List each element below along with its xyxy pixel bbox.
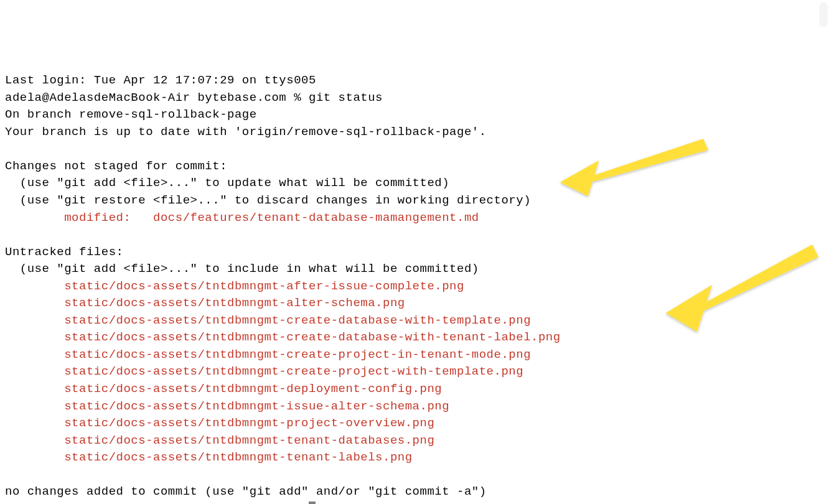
scrollbar[interactable] <box>819 2 828 27</box>
untracked-file: static/docs-assets/tntdbmngmt-create-dat… <box>5 330 561 344</box>
modified-file: docs/features/tenant-database-mamangemen… <box>153 211 479 225</box>
untracked-file: static/docs-assets/tntdbmngmt-create-pro… <box>5 365 523 378</box>
hint-git-add: (use "git add <file>..." to update what … <box>5 176 449 190</box>
untracked-header: Untracked files: <box>5 245 123 259</box>
last-login-line: Last login: Tue Apr 12 17:07:29 on ttys0… <box>5 73 316 87</box>
uptodate-line: Your branch is up to date with 'origin/r… <box>5 125 487 139</box>
untracked-file: static/docs-assets/tntdbmngmt-create-pro… <box>5 348 531 362</box>
untracked-file: static/docs-assets/tntdbmngmt-after-issu… <box>5 279 464 293</box>
untracked-file: static/docs-assets/tntdbmngmt-alter-sche… <box>5 296 405 310</box>
modified-label: modified: <box>5 211 153 225</box>
untracked-file: static/docs-assets/tntdbmngmt-tenant-lab… <box>5 450 413 464</box>
prompt-1: adela@AdelasdeMacBook-Air bytebase.com % <box>5 91 309 105</box>
untracked-file: static/docs-assets/tntdbmngmt-create-dat… <box>5 314 531 327</box>
cursor-icon <box>309 502 316 504</box>
branch-line: On branch remove-sql-rollback-page <box>5 108 257 121</box>
untracked-file: static/docs-assets/tntdbmngmt-deployment… <box>5 382 442 396</box>
hint-git-restore: (use "git restore <file>..." to discard … <box>5 194 531 207</box>
terminal-output[interactable]: Last login: Tue Apr 12 17:07:29 on ttys0… <box>5 72 824 504</box>
command-git-status: git status <box>309 91 383 105</box>
changes-not-staged-header: Changes not staged for commit: <box>5 159 227 173</box>
no-changes-line: no changes added to commit (use "git add… <box>5 485 487 498</box>
untracked-file: static/docs-assets/tntdbmngmt-issue-alte… <box>5 399 449 413</box>
untracked-file: static/docs-assets/tntdbmngmt-project-ov… <box>5 416 434 430</box>
untracked-file: static/docs-assets/tntdbmngmt-tenant-dat… <box>5 434 434 447</box>
hint-include: (use "git add <file>..." to include in w… <box>5 262 479 276</box>
